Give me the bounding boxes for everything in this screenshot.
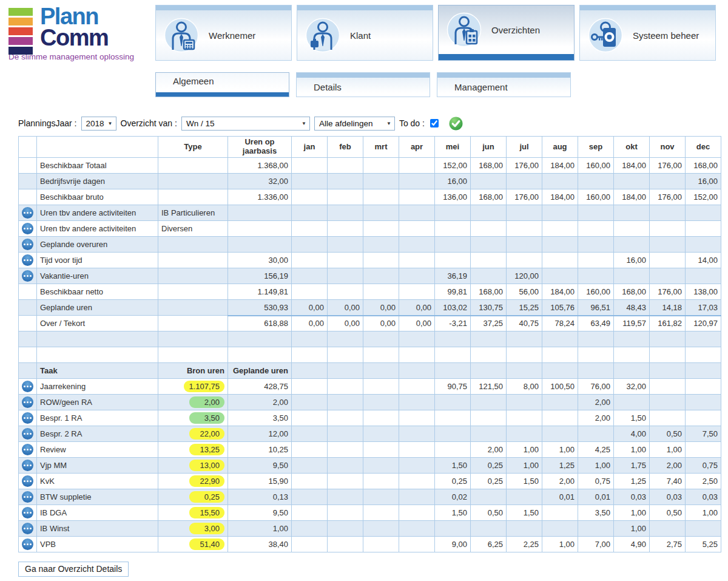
row-actions-icon[interactable] xyxy=(22,428,33,440)
planningsjaar-select[interactable]: 2018 ▼ xyxy=(81,117,116,131)
button-top-strip xyxy=(580,5,715,10)
nav-button-systeem-beheer[interactable]: Systeem beheer xyxy=(579,5,716,61)
row-actions-cell xyxy=(19,158,37,174)
month-value-cell: 6,25 xyxy=(471,537,507,552)
table-row: Bedrijfsvrije dagen32,0016,0016,00 xyxy=(19,174,721,189)
month-value-cell xyxy=(507,489,542,505)
task-label: Jaarrekening xyxy=(37,379,158,395)
month-value-cell xyxy=(542,221,578,237)
geplande-uren-cell: 0,13 xyxy=(228,489,292,505)
month-value-cell: 56,00 xyxy=(507,284,542,300)
nav-button-klant[interactable]: Klant xyxy=(297,5,433,61)
task-label: Bespr. 2 RA xyxy=(37,426,158,442)
row-actions-icon[interactable] xyxy=(22,207,33,219)
geplande-uren-cell: 9,50 xyxy=(228,505,292,521)
empty-cell xyxy=(37,331,158,347)
month-value-cell: 0,75 xyxy=(686,458,721,474)
month-value-cell xyxy=(328,410,363,426)
empty-cell xyxy=(435,347,471,363)
month-value-cell xyxy=(578,253,614,268)
month-value-cell: 168,00 xyxy=(686,158,721,174)
row-actions-icon[interactable] xyxy=(22,523,33,534)
month-value-cell xyxy=(399,537,435,552)
nav-button-werknemer[interactable]: Werknemer xyxy=(155,5,292,61)
month-value-cell xyxy=(686,395,721,410)
month-value-cell xyxy=(363,410,399,426)
month-value-cell xyxy=(578,268,614,284)
empty-cell xyxy=(19,331,37,347)
confirm-icon[interactable] xyxy=(449,117,463,131)
row-actions-icon[interactable] xyxy=(22,412,33,424)
row-actions-icon[interactable] xyxy=(22,381,33,392)
month-value-cell: 0,25 xyxy=(435,474,471,489)
row-actions-cell xyxy=(19,474,37,489)
row-actions-icon[interactable] xyxy=(22,254,33,266)
month-value-cell xyxy=(435,521,471,537)
row-label: Tijd voor tijd xyxy=(37,253,158,268)
bron-uren-badge: 22,00 xyxy=(189,428,224,440)
row-actions-icon[interactable] xyxy=(22,539,33,550)
row-actions-icon[interactable] xyxy=(22,507,33,518)
month-value-cell: 1,50 xyxy=(435,505,471,521)
header-month-jan: jan xyxy=(292,137,328,158)
bron-uren-badge: 0,25 xyxy=(189,491,224,503)
tab-algemeen[interactable]: Algemeen xyxy=(155,72,289,97)
header-bron-uren: Bron uren xyxy=(158,363,228,379)
tab-details[interactable]: Details xyxy=(296,72,430,97)
tab-management[interactable]: Management xyxy=(437,72,571,97)
overzicht-van-select[interactable]: Wn / 15 ▼ xyxy=(181,117,310,131)
month-value-cell: 0,00 xyxy=(292,300,328,316)
month-value-cell: 184,00 xyxy=(542,158,578,174)
row-actions-icon[interactable] xyxy=(22,491,33,503)
month-value-cell xyxy=(542,205,578,221)
month-value-cell: 7,50 xyxy=(686,426,721,442)
month-value-cell xyxy=(542,505,578,521)
row-actions-icon[interactable] xyxy=(22,396,33,408)
nav-button-body: Werknemer xyxy=(156,10,291,60)
month-value-cell: 36,19 xyxy=(435,268,471,284)
month-value-cell: 0,02 xyxy=(435,489,471,505)
todo-checkbox[interactable] xyxy=(430,119,439,127)
month-value-cell xyxy=(292,253,328,268)
dropdown-arrow-icon: ▼ xyxy=(302,121,306,126)
tab-top-strip xyxy=(437,73,570,78)
afdeling-select[interactable]: Alle afdelingen ▼ xyxy=(314,117,395,131)
row-actions-cell xyxy=(19,221,37,237)
month-value-cell xyxy=(686,410,721,426)
year-value-cell: 618,88 xyxy=(228,316,292,331)
row-actions-cell xyxy=(19,505,37,521)
row-actions-icon[interactable] xyxy=(22,460,33,471)
nav-button-overzichten[interactable]: Overzichten xyxy=(438,5,575,61)
table-row: Tijd voor tijd30,0016,0014,00 xyxy=(19,253,721,268)
empty-cell xyxy=(471,331,507,347)
month-value-cell: 2,00 xyxy=(542,474,578,489)
bron-uren-badge: 51,40 xyxy=(189,539,224,550)
month-value-cell: 184,00 xyxy=(614,189,650,205)
details-button[interactable]: Ga naar Overzicht Details xyxy=(18,562,129,577)
row-actions-icon[interactable] xyxy=(22,270,33,282)
month-value-cell: 8,00 xyxy=(507,379,542,395)
month-value-cell xyxy=(542,521,578,537)
type-cell xyxy=(158,237,228,253)
month-value-cell xyxy=(363,284,399,300)
task-label: KvK xyxy=(37,474,158,489)
row-actions-icon[interactable] xyxy=(22,444,33,455)
month-value-cell xyxy=(328,458,363,474)
task-row: KvK22,9015,900,250,251,502,000,751,257,4… xyxy=(19,474,721,489)
row-actions-icon[interactable] xyxy=(22,223,33,234)
table-header-row: TypeUren op jaarbasisjanfebmrtaprmeijunj… xyxy=(19,137,721,158)
month-value-cell xyxy=(542,174,578,189)
month-value-cell: 48,43 xyxy=(614,300,650,316)
month-value-cell: 1,00 xyxy=(614,521,650,537)
month-value-cell xyxy=(435,426,471,442)
row-actions-cell xyxy=(19,174,37,189)
month-value-cell xyxy=(399,474,435,489)
month-value-cell: 1,00 xyxy=(686,505,721,521)
month-value-cell xyxy=(542,426,578,442)
row-actions-icon[interactable] xyxy=(22,239,33,250)
month-value-cell: -3,21 xyxy=(435,316,471,331)
month-value-cell: 1,50 xyxy=(507,474,542,489)
month-value-cell xyxy=(686,237,721,253)
nav-button-body: Klant xyxy=(297,10,433,60)
row-actions-icon[interactable] xyxy=(22,475,33,487)
